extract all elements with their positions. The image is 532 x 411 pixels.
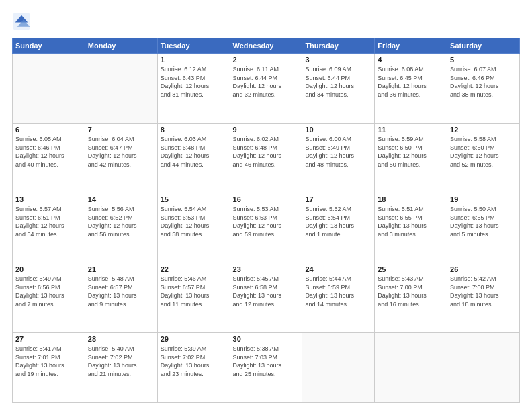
day-info: Sunrise: 5:57 AM Sunset: 6:51 PM Dayligh… bbox=[15, 205, 82, 238]
day-number: 28 bbox=[88, 335, 154, 343]
calendar-cell: 5Sunrise: 6:07 AM Sunset: 6:46 PM Daylig… bbox=[447, 54, 520, 124]
calendar-cell: 27Sunrise: 5:41 AM Sunset: 7:01 PM Dayli… bbox=[13, 333, 85, 403]
calendar-cell: 4Sunrise: 6:08 AM Sunset: 6:45 PM Daylig… bbox=[375, 54, 447, 124]
logo-icon bbox=[12, 12, 31, 31]
calendar-week-1: 1Sunrise: 6:12 AM Sunset: 6:43 PM Daylig… bbox=[13, 54, 520, 124]
day-number: 18 bbox=[378, 195, 444, 203]
calendar-cell: 25Sunrise: 5:43 AM Sunset: 7:00 PM Dayli… bbox=[375, 263, 447, 333]
day-number: 22 bbox=[161, 265, 227, 273]
day-number: 7 bbox=[88, 126, 154, 134]
calendar-body: 1Sunrise: 6:12 AM Sunset: 6:43 PM Daylig… bbox=[13, 54, 520, 403]
day-number: 14 bbox=[88, 195, 154, 203]
calendar-week-4: 20Sunrise: 5:49 AM Sunset: 6:56 PM Dayli… bbox=[13, 263, 520, 333]
day-info: Sunrise: 5:39 AM Sunset: 7:02 PM Dayligh… bbox=[161, 345, 227, 378]
calendar-cell: 18Sunrise: 5:51 AM Sunset: 6:55 PM Dayli… bbox=[375, 193, 447, 263]
calendar-cell: 24Sunrise: 5:44 AM Sunset: 6:59 PM Dayli… bbox=[302, 263, 375, 333]
day-info: Sunrise: 5:51 AM Sunset: 6:55 PM Dayligh… bbox=[378, 205, 444, 238]
calendar-week-2: 6Sunrise: 6:05 AM Sunset: 6:46 PM Daylig… bbox=[13, 124, 520, 193]
calendar-cell: 20Sunrise: 5:49 AM Sunset: 6:56 PM Dayli… bbox=[13, 263, 85, 333]
day-info: Sunrise: 6:12 AM Sunset: 6:43 PM Dayligh… bbox=[161, 65, 227, 99]
day-number: 9 bbox=[233, 126, 300, 134]
day-info: Sunrise: 6:03 AM Sunset: 6:48 PM Dayligh… bbox=[161, 135, 227, 169]
calendar-cell: 10Sunrise: 6:00 AM Sunset: 6:49 PM Dayli… bbox=[302, 124, 375, 193]
calendar-cell: 14Sunrise: 5:56 AM Sunset: 6:52 PM Dayli… bbox=[85, 193, 157, 263]
weekday-header-monday: Monday bbox=[85, 38, 157, 54]
day-info: Sunrise: 5:49 AM Sunset: 6:56 PM Dayligh… bbox=[15, 275, 82, 308]
day-number: 15 bbox=[161, 195, 227, 203]
header bbox=[12, 12, 520, 31]
day-info: Sunrise: 5:53 AM Sunset: 6:53 PM Dayligh… bbox=[233, 205, 300, 238]
calendar-cell: 17Sunrise: 5:52 AM Sunset: 6:54 PM Dayli… bbox=[302, 193, 375, 263]
calendar-cell bbox=[302, 333, 375, 403]
day-info: Sunrise: 6:07 AM Sunset: 6:46 PM Dayligh… bbox=[450, 65, 517, 99]
weekday-header-tuesday: Tuesday bbox=[157, 38, 230, 54]
weekday-header-thursday: Thursday bbox=[302, 38, 375, 54]
day-number: 30 bbox=[233, 335, 300, 343]
day-info: Sunrise: 5:48 AM Sunset: 6:57 PM Dayligh… bbox=[88, 275, 154, 308]
weekday-header-wednesday: Wednesday bbox=[230, 38, 302, 54]
page: SundayMondayTuesdayWednesdayThursdayFrid… bbox=[0, 0, 532, 411]
calendar-cell: 11Sunrise: 5:59 AM Sunset: 6:50 PM Dayli… bbox=[375, 124, 447, 193]
day-number: 27 bbox=[15, 335, 82, 343]
day-number: 23 bbox=[233, 265, 300, 273]
day-number: 21 bbox=[88, 265, 154, 273]
day-info: Sunrise: 6:00 AM Sunset: 6:49 PM Dayligh… bbox=[305, 135, 371, 169]
day-number: 17 bbox=[305, 195, 371, 203]
calendar-cell: 1Sunrise: 6:12 AM Sunset: 6:43 PM Daylig… bbox=[157, 54, 230, 124]
calendar-cell: 23Sunrise: 5:45 AM Sunset: 6:58 PM Dayli… bbox=[230, 263, 302, 333]
calendar-cell: 6Sunrise: 6:05 AM Sunset: 6:46 PM Daylig… bbox=[13, 124, 85, 193]
calendar-cell: 3Sunrise: 6:09 AM Sunset: 6:44 PM Daylig… bbox=[302, 54, 375, 124]
day-info: Sunrise: 5:50 AM Sunset: 6:55 PM Dayligh… bbox=[450, 205, 517, 238]
day-info: Sunrise: 6:04 AM Sunset: 6:47 PM Dayligh… bbox=[88, 135, 154, 169]
day-info: Sunrise: 5:38 AM Sunset: 7:03 PM Dayligh… bbox=[233, 345, 300, 378]
day-info: Sunrise: 5:56 AM Sunset: 6:52 PM Dayligh… bbox=[88, 205, 154, 238]
day-info: Sunrise: 5:59 AM Sunset: 6:50 PM Dayligh… bbox=[378, 135, 444, 169]
calendar-cell bbox=[13, 54, 85, 124]
day-number: 13 bbox=[15, 195, 82, 203]
day-info: Sunrise: 5:43 AM Sunset: 7:00 PM Dayligh… bbox=[378, 275, 444, 308]
calendar-cell: 12Sunrise: 5:58 AM Sunset: 6:50 PM Dayli… bbox=[447, 124, 520, 193]
day-info: Sunrise: 5:44 AM Sunset: 6:59 PM Dayligh… bbox=[305, 275, 371, 308]
day-number: 5 bbox=[450, 56, 517, 64]
day-info: Sunrise: 6:02 AM Sunset: 6:48 PM Dayligh… bbox=[233, 135, 300, 169]
weekday-header-saturday: Saturday bbox=[447, 38, 520, 54]
calendar-cell: 13Sunrise: 5:57 AM Sunset: 6:51 PM Dayli… bbox=[13, 193, 85, 263]
day-number: 10 bbox=[305, 126, 371, 134]
day-number: 4 bbox=[378, 56, 444, 64]
calendar-cell: 30Sunrise: 5:38 AM Sunset: 7:03 PM Dayli… bbox=[230, 333, 302, 403]
calendar-week-5: 27Sunrise: 5:41 AM Sunset: 7:01 PM Dayli… bbox=[13, 333, 520, 403]
day-number: 3 bbox=[305, 56, 371, 64]
calendar-cell: 15Sunrise: 5:54 AM Sunset: 6:53 PM Dayli… bbox=[157, 193, 230, 263]
day-info: Sunrise: 6:05 AM Sunset: 6:46 PM Dayligh… bbox=[15, 135, 82, 169]
logo bbox=[12, 12, 34, 31]
weekday-header-sunday: Sunday bbox=[13, 38, 85, 54]
day-info: Sunrise: 5:54 AM Sunset: 6:53 PM Dayligh… bbox=[161, 205, 227, 238]
calendar-table: SundayMondayTuesdayWednesdayThursdayFrid… bbox=[12, 38, 520, 403]
calendar-cell: 28Sunrise: 5:40 AM Sunset: 7:02 PM Dayli… bbox=[85, 333, 157, 403]
day-number: 26 bbox=[450, 265, 517, 273]
day-number: 29 bbox=[161, 335, 227, 343]
calendar-cell: 29Sunrise: 5:39 AM Sunset: 7:02 PM Dayli… bbox=[157, 333, 230, 403]
calendar-cell bbox=[85, 54, 157, 124]
day-info: Sunrise: 5:46 AM Sunset: 6:57 PM Dayligh… bbox=[161, 275, 227, 308]
weekday-header-row: SundayMondayTuesdayWednesdayThursdayFrid… bbox=[13, 38, 520, 54]
weekday-header-friday: Friday bbox=[375, 38, 447, 54]
calendar-cell bbox=[447, 333, 520, 403]
day-info: Sunrise: 6:11 AM Sunset: 6:44 PM Dayligh… bbox=[233, 65, 300, 99]
day-number: 2 bbox=[233, 56, 300, 64]
day-info: Sunrise: 5:45 AM Sunset: 6:58 PM Dayligh… bbox=[233, 275, 300, 308]
calendar-header: SundayMondayTuesdayWednesdayThursdayFrid… bbox=[13, 38, 520, 54]
day-number: 1 bbox=[161, 56, 227, 64]
day-info: Sunrise: 6:09 AM Sunset: 6:44 PM Dayligh… bbox=[305, 65, 371, 99]
day-number: 8 bbox=[161, 126, 227, 134]
day-number: 11 bbox=[378, 126, 444, 134]
calendar-cell bbox=[375, 333, 447, 403]
day-info: Sunrise: 5:40 AM Sunset: 7:02 PM Dayligh… bbox=[88, 345, 154, 378]
calendar-cell: 21Sunrise: 5:48 AM Sunset: 6:57 PM Dayli… bbox=[85, 263, 157, 333]
day-info: Sunrise: 5:42 AM Sunset: 7:00 PM Dayligh… bbox=[450, 275, 517, 308]
calendar-cell: 7Sunrise: 6:04 AM Sunset: 6:47 PM Daylig… bbox=[85, 124, 157, 193]
calendar-cell: 2Sunrise: 6:11 AM Sunset: 6:44 PM Daylig… bbox=[230, 54, 302, 124]
calendar-cell: 22Sunrise: 5:46 AM Sunset: 6:57 PM Dayli… bbox=[157, 263, 230, 333]
calendar-cell: 19Sunrise: 5:50 AM Sunset: 6:55 PM Dayli… bbox=[447, 193, 520, 263]
calendar-cell: 26Sunrise: 5:42 AM Sunset: 7:00 PM Dayli… bbox=[447, 263, 520, 333]
